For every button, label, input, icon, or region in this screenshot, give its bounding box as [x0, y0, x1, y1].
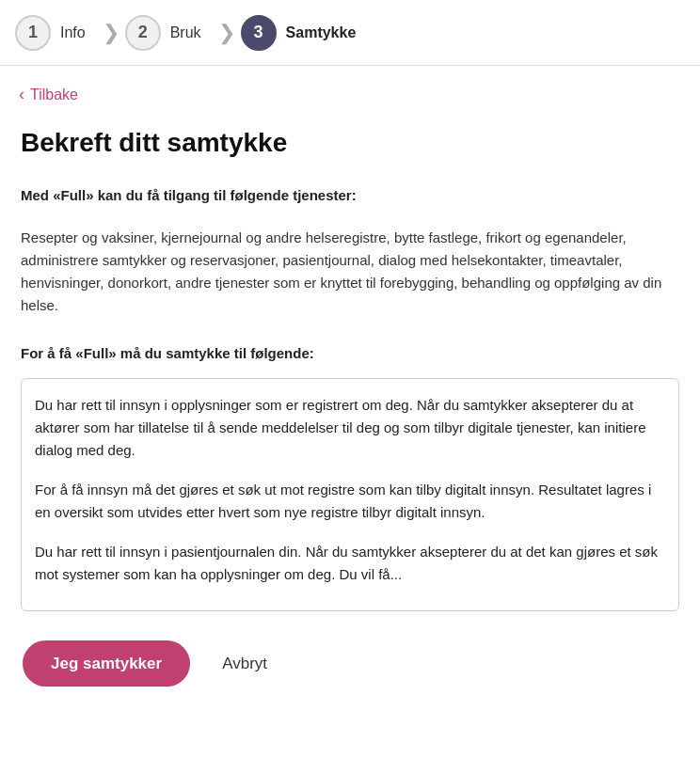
stepper-bar: 1 Info ❯ 2 Bruk ❯ 3 Samtykke — [0, 0, 700, 66]
back-chevron-icon: ‹ — [19, 85, 24, 104]
step-2-number: 2 — [138, 23, 148, 42]
scroll-paragraph-2: For å få innsyn må det gjøres et søk ut … — [35, 479, 665, 524]
scroll-box[interactable]: Du har rett til innsyn i opplysninger so… — [21, 378, 679, 611]
body-text: Resepter og vaksiner, kjernejournal og a… — [21, 227, 679, 317]
scroll-paragraph-1: Du har rett til innsyn i opplysninger so… — [35, 394, 665, 462]
back-link-label: Tilbake — [30, 87, 78, 103]
step-3-number: 3 — [254, 23, 263, 42]
step-1: 1 Info — [15, 15, 97, 51]
step-1-label: Info — [60, 24, 86, 41]
step-1-number: 1 — [28, 23, 38, 42]
scroll-paragraph-3: Du har rett til innsyn i pasientjournale… — [35, 541, 665, 586]
step-1-circle: 1 — [15, 15, 51, 51]
main-content: Bekreft ditt samtykke Med «Full» kan du … — [0, 114, 700, 707]
condition-label: For å få «Full» må du samtykke til følge… — [21, 343, 679, 365]
step-arrow-1: ❯ — [103, 23, 119, 43]
back-link[interactable]: ‹ Tilbake — [0, 66, 700, 114]
step-3-label: Samtykke — [286, 24, 357, 41]
consent-button[interactable]: Jeg samtykker — [23, 640, 190, 687]
step-2-circle: 2 — [125, 15, 161, 51]
button-row: Jeg samtykker Avbryt — [21, 640, 679, 688]
step-3: 3 Samtykke — [241, 15, 368, 51]
step-2: 2 Bruk — [125, 15, 213, 51]
cancel-button[interactable]: Avbryt — [213, 640, 277, 688]
step-3-circle: 3 — [241, 15, 277, 51]
intro-text: Med «Full» kan du få tilgang til følgend… — [21, 185, 679, 207]
step-2-label: Bruk — [170, 24, 201, 41]
page-title: Bekreft ditt samtykke — [21, 127, 679, 159]
step-arrow-2: ❯ — [218, 23, 235, 43]
